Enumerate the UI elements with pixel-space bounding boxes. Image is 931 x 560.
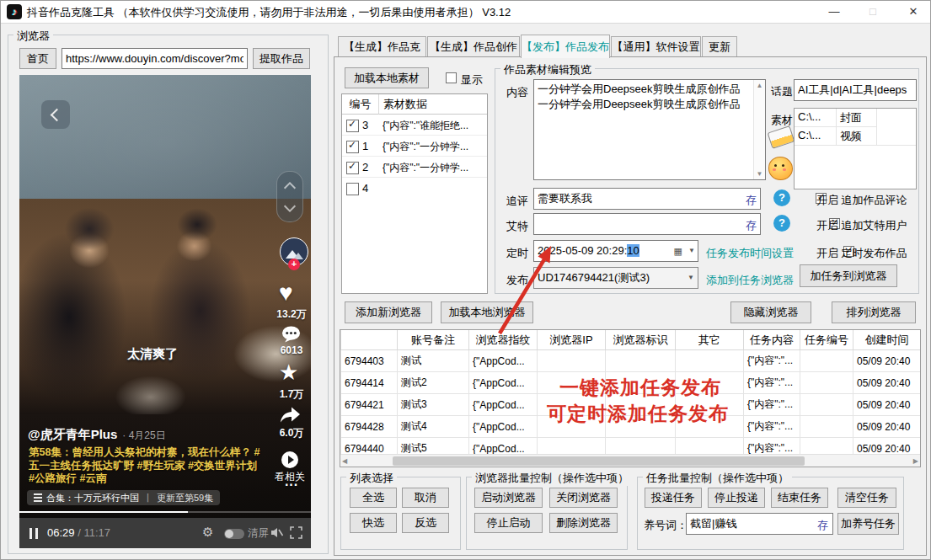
video-date: · 4月25日 — [122, 429, 165, 441]
chevron-down-icon — [284, 200, 296, 212]
follow-plus-button[interactable]: + — [288, 259, 300, 270]
at-input[interactable] — [533, 213, 761, 235]
gear-icon[interactable]: ⚙ — [202, 525, 213, 540]
share-icon[interactable] — [280, 407, 301, 425]
publish-account-combobox[interactable]: UD1746794421(测试3) ▼ — [533, 267, 698, 289]
tab-update[interactable]: 更新 — [702, 36, 737, 58]
material-row-checkbox[interactable] — [346, 162, 359, 174]
material-file-type[interactable]: 视频 — [837, 127, 877, 146]
comment-save-label[interactable]: 存 — [746, 193, 757, 208]
at-help-icon[interactable]: ? — [773, 215, 790, 232]
clear-task-button[interactable]: 清空任务 — [837, 488, 896, 508]
add-new-browser-button[interactable]: 添加新浏览器 — [345, 301, 432, 323]
more-icon[interactable]: ··· — [277, 477, 306, 493]
related-play-icon[interactable] — [281, 451, 298, 468]
add-task-to-browser-button[interactable]: 加任务到浏览器 — [800, 264, 897, 287]
close-button[interactable]: ✕ — [899, 1, 928, 22]
content-scrollbar[interactable]: ▲ ▼ — [753, 80, 765, 179]
scroll-left-icon[interactable]: ◀ — [342, 457, 347, 465]
video-desc-line3: #公路旅行 #云南 — [29, 472, 106, 486]
schedule-dropdown-icon[interactable]: ▼ — [688, 241, 695, 261]
arrange-browser-button[interactable]: 排列浏览器 — [832, 301, 916, 323]
schedule-settings-link[interactable]: 任务发布时间设置 — [706, 246, 794, 261]
fullscreen-icon[interactable] — [290, 526, 302, 541]
start-browser-button[interactable]: 启动浏览器 — [474, 488, 543, 508]
deselect-button[interactable]: 取消 — [402, 488, 449, 508]
material-row-no: 4 — [362, 182, 368, 195]
pause-icon[interactable] — [29, 528, 32, 539]
stop-start-button[interactable]: 停止启动 — [474, 513, 543, 533]
comment-icon[interactable] — [281, 325, 301, 346]
select-all-button[interactable]: 全选 — [350, 488, 397, 508]
tab-settings[interactable]: 【通用】软件设置 — [611, 36, 701, 58]
video-nav-pill[interactable] — [276, 171, 303, 222]
collection-update: 更新至第59集 — [157, 492, 213, 504]
pause-icon[interactable] — [35, 528, 38, 539]
material-row[interactable]: 4 — [342, 178, 487, 199]
nurture-words-input[interactable] — [686, 513, 833, 535]
load-material-button[interactable]: 加载本地素材 — [345, 67, 429, 88]
scrollbar-thumb[interactable] — [393, 456, 805, 466]
favorite-star-icon[interactable]: ★ — [279, 360, 298, 386]
material-row[interactable]: 3 {"内容":"谁能拒绝... — [342, 115, 487, 136]
like-heart-icon[interactable]: ♥ — [279, 280, 293, 307]
favorite-count: 1.7万 — [266, 387, 311, 402]
home-button[interactable]: 首页 — [19, 48, 56, 69]
video-caption: 太清爽了 — [127, 346, 178, 362]
calendar-icon[interactable]: ▦ — [674, 241, 682, 261]
tab-generate-create[interactable]: 【生成】作品创作 — [427, 36, 520, 58]
at-save-label[interactable]: 存 — [746, 218, 757, 233]
material-row-checkbox[interactable] — [346, 141, 359, 153]
maximize-button[interactable]: □ — [859, 1, 887, 22]
material-file-path[interactable]: C:\... — [795, 109, 837, 127]
end-task-button[interactable]: 结束任务 — [771, 488, 828, 508]
material-file-type[interactable]: 封面 — [837, 109, 877, 127]
add-to-task-browser-link[interactable]: 添加到任务浏览器 — [706, 273, 794, 288]
add-nurture-task-button[interactable]: 加养号任务 — [837, 513, 899, 535]
topic-input[interactable] — [794, 79, 917, 101]
material-row[interactable]: 2 {"内容":"一分钟学... — [342, 157, 487, 178]
mute-icon[interactable] — [270, 525, 284, 542]
deliver-task-button[interactable]: 投递任务 — [645, 488, 702, 508]
minimize-button[interactable]: — — [820, 1, 848, 22]
scroll-up-icon[interactable]: ▲ — [754, 82, 765, 89]
mascot-emoji-icon[interactable] — [768, 157, 793, 180]
material-file-path[interactable]: C:\... — [795, 127, 837, 146]
progress-bar[interactable] — [19, 511, 311, 513]
tab-publish[interactable]: 【发布】作品发布 — [521, 35, 610, 58]
extract-button[interactable]: 提取作品 — [253, 48, 310, 69]
material-row-data: {"内容":"一分钟学... — [383, 140, 485, 154]
material-row-checkbox[interactable] — [346, 120, 359, 132]
invert-select-button[interactable]: 反选 — [402, 513, 449, 533]
comment-help-icon[interactable]: ? — [773, 189, 790, 206]
back-button[interactable] — [41, 100, 70, 129]
delete-browser-button[interactable]: 删除浏览器 — [549, 513, 618, 533]
schedule-datetime-field[interactable]: 2025-05-09 20:29:10 ▦ ▼ — [533, 240, 698, 262]
material-row[interactable]: 1 {"内容":"一分钟学... — [342, 136, 487, 157]
url-input[interactable] — [62, 48, 248, 69]
tab-generate-clone[interactable]: 【生成】作品克隆 — [338, 36, 426, 58]
toggle-schedule-label: 开启 定时发布作品 — [816, 246, 907, 261]
hide-browser-button[interactable]: 隐藏浏览器 — [730, 301, 811, 323]
close-browser-button[interactable]: 关闭浏览器 — [549, 488, 618, 508]
task-row[interactable]: 6794403测试{"AppCod...{"内容":"...05/09 20:4… — [341, 350, 921, 372]
horizontal-scrollbar[interactable]: ◀ ▶ — [340, 454, 920, 467]
quick-select-button[interactable]: 快选 — [350, 513, 397, 533]
material-files-table: C:\... 封面 C:\... 视频 — [794, 108, 917, 189]
content-textarea[interactable]: 一分钟学会用Deepseek剪映生成原创作品 一分钟学会用Deepseek剪映生… — [533, 79, 766, 180]
show-checkbox[interactable] — [446, 72, 457, 83]
material-row-data: {"内容":"谁能拒绝... — [383, 119, 485, 133]
load-local-browser-button[interactable]: 加载本地浏览器 — [441, 301, 533, 323]
scroll-down-icon[interactable]: ▼ — [754, 170, 765, 178]
nurture-save-label[interactable]: 存 — [817, 518, 828, 533]
collection-title: 合集：十万元环行中国 — [46, 492, 139, 504]
stop-deliver-button[interactable]: 停止投递 — [708, 488, 765, 508]
scroll-right-icon[interactable]: ▶ — [913, 457, 918, 465]
video-author[interactable]: @虎牙青年Plus· 4月25日 — [28, 427, 166, 443]
title-bar: ♪ 抖音作品克隆工具 （本软件仅供学习交流使用，请勿用于非法用途，一切后果由使用… — [1, 1, 930, 24]
material-row-checkbox[interactable] — [346, 183, 359, 195]
clear-screen-toggle[interactable] — [224, 529, 244, 539]
collection-bar[interactable]: 合集：十万元环行中国 丨 更新至第59集 — [27, 490, 220, 505]
comment-input[interactable] — [533, 188, 761, 210]
task-batch-label: 任务批量控制（操作选中项） — [643, 471, 792, 486]
